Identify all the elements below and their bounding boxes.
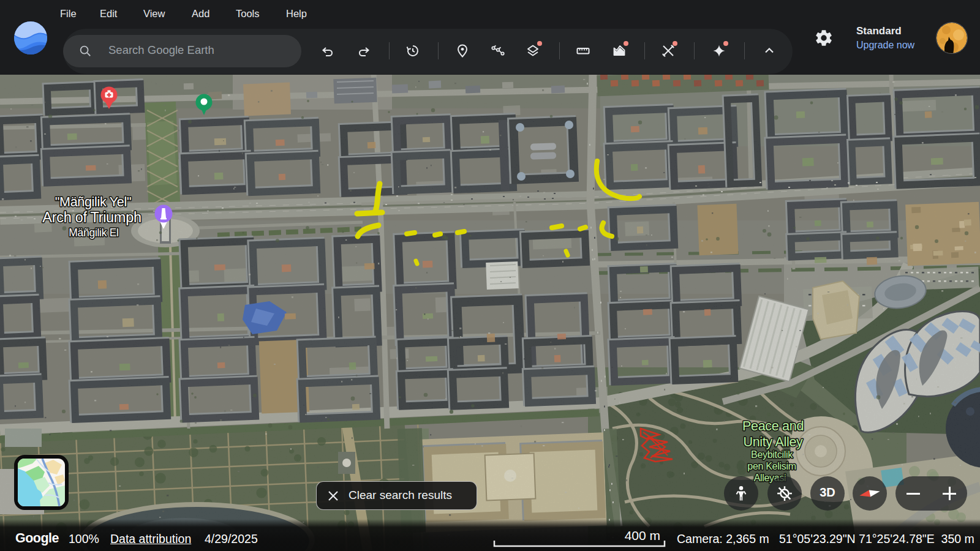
svg-text:Peace and: Peace and [742,419,804,433]
svg-text:pen Kelisim: pen Kelisim [747,461,796,471]
svg-text:Arch of Triumph: Arch of Triumph [42,209,141,225]
svg-text:Unity Alley: Unity Alley [743,435,803,449]
svg-text:"Mäñgilik Yel": "Mäñgilik Yel" [55,195,132,209]
svg-text:Beybitcilik: Beybitcilik [751,449,793,460]
svg-text:Mäñgilik El: Mäñgilik El [69,227,118,239]
